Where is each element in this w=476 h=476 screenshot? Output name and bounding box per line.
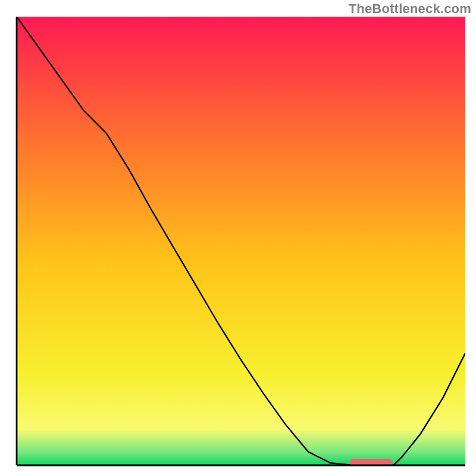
watermark-text: TheBottleneck.com — [349, 1, 471, 17]
chart-container: TheBottleneck.com — [0, 0, 476, 476]
chart-svg — [0, 0, 476, 476]
gradient-background — [17, 17, 465, 465]
